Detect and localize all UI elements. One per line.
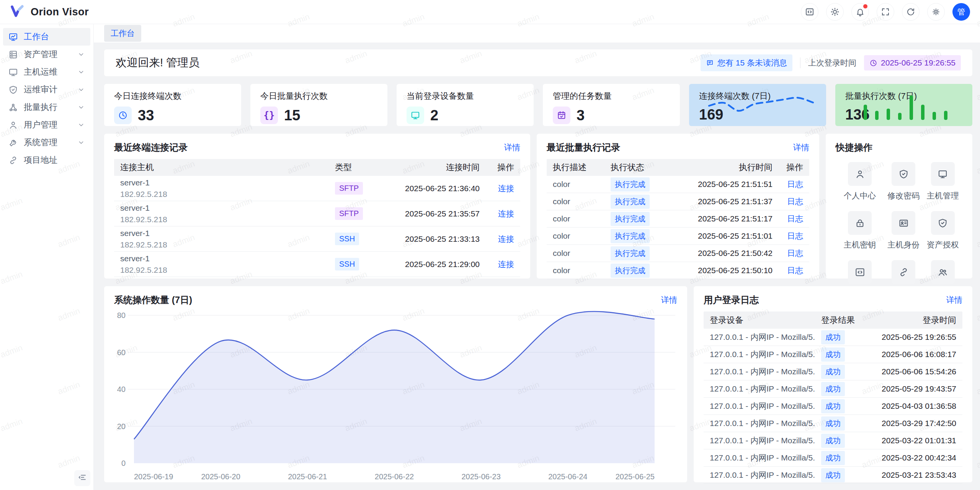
batch-icon [8, 103, 18, 112]
panel-title: 最近批量执行记录 [547, 141, 620, 154]
table-row: color执行完成2025-06-25 21:51:37日志 [547, 193, 809, 210]
exec-status-badge: 执行完成 [604, 177, 671, 192]
svg-text:20: 20 [117, 422, 126, 431]
quick-action-shield-check[interactable]: 修改密码 [884, 162, 923, 201]
sidebar-item-host[interactable]: 主机运维 [3, 63, 90, 81]
log-link[interactable]: 日志 [779, 213, 809, 224]
terminal-connections-sparkline [704, 89, 818, 122]
quick-action-monitor[interactable]: 主机管理 [923, 162, 963, 201]
welcome-banner: 欢迎回来! 管理员 您有 15 条未读消息 上次登录时间 2025-06-25 … [104, 49, 972, 76]
exec-time: 2025-06-25 21:50:42 [671, 249, 779, 258]
table-row: color执行完成2025-06-25 21:50:10日志 [547, 262, 809, 279]
stat-card-4: 连接终端次数 (7日)169 [689, 84, 826, 126]
sidebar-collapse-button[interactable] [74, 470, 90, 486]
stat-card-5: 批量执行次数 (7日)136 [835, 84, 972, 126]
last-login-label: 上次登录时间 [808, 57, 856, 68]
braces-icon: {} [260, 107, 278, 124]
connect-link[interactable]: 连接 [486, 183, 520, 194]
sidebar-item-link[interactable]: 项目地址 [3, 151, 90, 169]
quick-action-shield-check[interactable]: 资产授权 [923, 211, 963, 250]
divider [800, 57, 800, 68]
table-row: 127.0.0.1 - 内网IP - Mozilla/5.0 (Windows … [704, 329, 962, 346]
connect-link[interactable]: 连接 [486, 234, 520, 244]
login-time: 2025-06-06 15:54:26 [865, 367, 962, 376]
fullscreen-icon [881, 7, 890, 16]
col-header-time: 登录时间 [865, 315, 962, 326]
stat-value: 15 [284, 107, 300, 124]
login-time: 2025-03-22 01:01:31 [865, 436, 962, 445]
log-link[interactable]: 日志 [779, 179, 809, 190]
fullscreen-button[interactable] [877, 3, 894, 21]
exec-desc: color [547, 231, 604, 241]
table-row: 127.0.0.1 - 内网IP - Mozilla/5.0 (Windows … [704, 363, 962, 380]
host-cell: server-1182.92.5.218 [114, 203, 329, 224]
table-row: color执行完成2025-06-25 21:50:42日志 [547, 245, 809, 262]
unread-messages-badge[interactable]: 您有 15 条未读消息 [701, 54, 792, 71]
login-device: 127.0.0.1 - 内网IP - Mozilla/5.0 (Windows … [704, 332, 815, 343]
terminal-detail-link[interactable]: 详情 [504, 142, 520, 153]
stat-value: 33 [138, 107, 154, 124]
login-result-badge: 成功 [815, 468, 865, 482]
table-row: 127.0.0.1 - 内网IP - Mozilla/5.0 (Windows … [704, 398, 962, 415]
stat-card-2: 当前登录设备数量2 [397, 84, 534, 126]
sidebar-item-user[interactable]: 用户管理 [3, 116, 90, 134]
notifications-button[interactable] [851, 3, 869, 21]
settings-button[interactable] [927, 3, 945, 21]
users-icon [931, 260, 955, 284]
svg-text:2025-06-25: 2025-06-25 [616, 472, 655, 481]
link-icon [8, 156, 18, 165]
log-link[interactable]: 日志 [779, 231, 809, 241]
exec-desc: color [547, 249, 604, 258]
calendar-check-icon [553, 107, 570, 124]
log-link[interactable]: 日志 [779, 265, 809, 276]
user-icon [848, 162, 872, 186]
quick-action-lock[interactable]: 主机密钥 [836, 211, 884, 250]
sidebar-item-audit[interactable]: 运维审计 [3, 81, 90, 98]
stat-label: 当前登录设备数量 [407, 90, 524, 102]
panel-title: 最近终端连接记录 [114, 141, 188, 154]
login-detail-link[interactable]: 详情 [946, 295, 962, 305]
quick-action-user[interactable]: 个人中心 [836, 162, 884, 201]
system-icon [8, 138, 18, 147]
code-icon [848, 260, 872, 284]
sidebar-item-workbench[interactable]: 工作台 [3, 28, 90, 46]
log-link[interactable]: 日志 [779, 196, 809, 207]
quick-action-label: 修改密码 [887, 190, 920, 201]
quick-action-id-card[interactable]: 主机身份 [884, 211, 923, 250]
sidebar-item-system[interactable]: 系统管理 [3, 134, 90, 151]
system-operations-area-chart: 0204060802025-06-192025-06-202025-06-212… [114, 310, 677, 484]
user-avatar[interactable]: 管 [952, 3, 970, 21]
table-row: 127.0.0.1 - 内网IP - Mozilla/5.0 (Windows … [704, 432, 962, 449]
host-cell: server-1182.92.5.218 [114, 178, 329, 199]
col-header-host: 连接主机 [114, 162, 329, 173]
sidebar-item-assets[interactable]: 资产管理 [3, 46, 90, 63]
col-header-desc: 执行描述 [547, 162, 604, 173]
host-cell: server-1182.92.5.218 [114, 254, 329, 275]
chevron-down-icon [77, 86, 85, 93]
clock-icon [869, 59, 877, 67]
connect-time: 2025-06-25 21:36:40 [375, 184, 486, 193]
dashboard: 欢迎回来! 管理员 您有 15 条未读消息 上次登录时间 2025-06-25 … [94, 43, 980, 490]
exec-time: 2025-06-25 21:51:37 [671, 197, 779, 206]
theme-button[interactable] [826, 3, 844, 21]
log-link[interactable]: 日志 [779, 248, 809, 259]
sidebar-item-batch[interactable]: 批量执行 [3, 98, 90, 116]
breadcrumb-item-workbench[interactable]: 工作台 [104, 25, 141, 42]
table-row: server-1182.92.5.218SSH2025-06-25 21:29:… [114, 252, 520, 277]
login-time: 2025-04-03 01:36:58 [865, 402, 962, 411]
stat-label: 今日连接终端次数 [114, 90, 231, 102]
login-device: 127.0.0.1 - 内网IP - Mozilla/5.0 (Windows … [704, 435, 815, 446]
login-device: 127.0.0.1 - 内网IP - Mozilla/5.0 (Windows … [704, 470, 815, 480]
table-header: 连接主机类型连接时间操作 [114, 159, 520, 176]
chart-detail-link[interactable]: 详情 [661, 295, 677, 305]
svg-text:80: 80 [117, 311, 126, 320]
batch-detail-link[interactable]: 详情 [793, 142, 809, 153]
table-header: 执行描述执行状态执行时间操作 [547, 159, 809, 176]
connect-link[interactable]: 连接 [486, 208, 520, 219]
welcome-title: 欢迎回来! 管理员 [116, 55, 199, 70]
table-row: server-1182.92.5.218SSH2025-06-25 21:33:… [114, 226, 520, 252]
connect-link[interactable]: 连接 [486, 259, 520, 270]
devtools-button[interactable] [801, 3, 818, 21]
refresh-button[interactable] [902, 3, 920, 21]
app-name: Orion Visor [31, 6, 89, 18]
